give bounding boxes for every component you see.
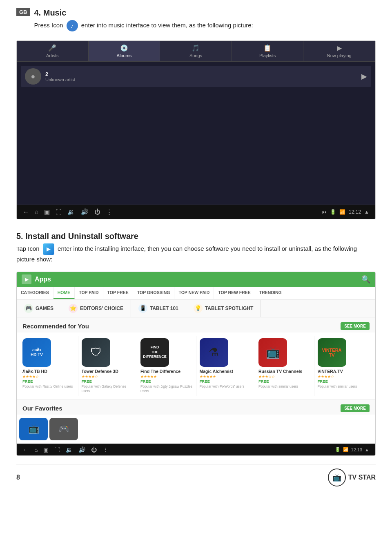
app-popular-vintera: Popular with similar users	[318, 384, 357, 389]
music-nav-icons: ← ⌂ ▣ ⛶ 🔉 🔊 ⏻ ⋮	[23, 208, 112, 216]
ps-screenshot-icon[interactable]: ⛶	[54, 446, 60, 453]
tab-now-playing-label: Now playing	[327, 53, 352, 58]
app-icon-magic: ⚗	[200, 338, 228, 367]
our-favorites-apps: 📺 🎮	[17, 415, 375, 444]
cat-spotlight-icon: 💡	[194, 304, 203, 313]
app-card-laik[interactable]: лайкHD TV Лайк-ТВ HD ★★★★☆ FREE Popular …	[19, 336, 78, 396]
app-name-vintera: ViNTERA.TV	[318, 369, 343, 374]
ps-volume-down-icon[interactable]: 🔉	[66, 446, 73, 453]
screenshot-icon[interactable]: ⛶	[56, 208, 62, 216]
recommended-see-more[interactable]: SEE MORE	[341, 322, 370, 330]
ps-clock: 12:13	[351, 447, 363, 452]
app-popular-tower: Popular with Galaxy Defense users	[82, 384, 134, 393]
nav-top-free[interactable]: TOP FREE	[103, 287, 133, 299]
playstore-icon	[43, 243, 54, 255]
ps-topbar-left: ▶ Apps	[22, 274, 51, 284]
ps-back-icon[interactable]: ←	[23, 446, 29, 453]
ps-search-icon[interactable]: 🔍	[361, 275, 370, 284]
nav-categories[interactable]: CATEGORIES	[17, 287, 53, 299]
ps-power-icon[interactable]: ⏻	[91, 446, 97, 453]
now-playing-icon: ▶	[337, 44, 342, 52]
ps-topbar: ▶ Apps 🔍	[17, 272, 375, 287]
app-icon-find: FINDTHEDIFFERENCE	[140, 338, 169, 367]
albums-icon: 💿	[120, 44, 128, 52]
app-stars-vintera: ★★★★☆	[318, 375, 334, 379]
music-tab-bar: 🎤 Artists 💿 Albums 🎵 Songs 📋 Playlists ▶…	[17, 41, 375, 62]
app-name-find: Find The Difference	[140, 369, 180, 374]
menu-icon[interactable]: ⋮	[106, 208, 112, 216]
tab-songs[interactable]: 🎵 Songs	[160, 41, 232, 61]
music-artist-info: 2 Unknown artist	[45, 71, 75, 82]
ps-bottom-nav-icons: ← ⌂ ▣ ⛶ 🔉 🔊 ⏻ ⋮	[23, 446, 108, 453]
app-stars-laik: ★★★★☆	[22, 375, 39, 379]
app-stars-tower: ★★★★☆	[82, 375, 98, 379]
volume-up-icon[interactable]: 🔊	[81, 208, 89, 216]
tab-songs-label: Songs	[189, 53, 202, 58]
nav-top-paid[interactable]: TOP PAID	[75, 287, 103, 299]
app-icon-laik: лайкHD TV	[22, 338, 51, 367]
skip-back-icon[interactable]: ⏮	[322, 209, 327, 215]
music-artist-row[interactable]: ● 2 Unknown artist ▶	[21, 66, 371, 87]
our-favorites-see-more[interactable]: SEE MORE	[341, 404, 370, 412]
ps-signal-icon: ▲	[365, 447, 369, 452]
album-art: ●	[25, 68, 41, 85]
app-icon-vintera: ViNTERATV	[318, 338, 346, 367]
volume-down-icon[interactable]: 🔉	[67, 208, 75, 216]
tab-albums[interactable]: 💿 Albums	[89, 41, 160, 61]
section4-intro: Press Icon enter into music interface to…	[34, 20, 253, 31]
cat-tablet101-icon: 📱	[138, 304, 147, 313]
tab-playlists-label: Playlists	[259, 53, 276, 58]
app-popular-laik: Popular with Rus.tv Online users	[22, 384, 73, 389]
nav-top-new-free[interactable]: TOP NEW FREE	[214, 287, 255, 299]
cat-games-label: GAMES	[36, 306, 53, 311]
songs-icon: 🎵	[192, 44, 200, 52]
app-stars-magic: ★★★★★	[200, 375, 216, 379]
our-favorites-section: Our Favorites SEE MORE 📺 🎮	[17, 399, 375, 444]
app-card-magic[interactable]: ⚗ Magic Alchemist ★★★★★ FREE Popular wit…	[196, 336, 256, 396]
brand-logo-icon: 📺	[328, 469, 346, 486]
play-button[interactable]: ▶	[361, 72, 367, 81]
tab-artists[interactable]: 🎤 Artists	[17, 41, 89, 61]
app-card-find[interactable]: FINDTHEDIFFERENCE Find The Difference ★★…	[137, 336, 196, 396]
clock: 12:12	[349, 209, 361, 215]
app-price-tower: FREE	[82, 379, 92, 384]
app-popular-magic: Popular with PixWords' users	[200, 384, 245, 389]
nav-top-new-paid[interactable]: TOP NEW PAID	[174, 287, 214, 299]
ps-menu-icon[interactable]: ⋮	[102, 446, 108, 453]
back-icon[interactable]: ←	[23, 208, 29, 216]
cat-tablet101-label: TABLET 101	[150, 306, 178, 311]
app-card-russian[interactable]: 📺 Russian TV Channels ★★★☆☆ FREE Popular…	[255, 336, 314, 396]
playstore-screenshot: ▶ Apps 🔍 CATEGORIES HOME TOP PAID TOP FR…	[16, 272, 376, 456]
brand-name: TV STAR	[348, 474, 376, 481]
cat-tablet101[interactable]: 📱 TABLET 101	[131, 300, 186, 317]
nav-home[interactable]: HOME	[53, 287, 75, 299]
cat-editors[interactable]: ⭐ EDITORS' CHOICE	[61, 300, 131, 317]
ps-nav: CATEGORIES HOME TOP PAID TOP FREE TOP GR…	[17, 287, 375, 300]
recent-icon[interactable]: ▣	[44, 208, 50, 216]
app-price-russian: FREE	[258, 379, 269, 384]
ps-title: Apps	[35, 276, 51, 283]
tab-now-playing[interactable]: ▶ Now playing	[303, 41, 375, 61]
ps-store-icon: ▶	[22, 274, 31, 284]
app-name-russian: Russian TV Channels	[258, 369, 302, 374]
cat-spotlight[interactable]: 💡 TABLET SPOTLIGHT	[186, 300, 261, 317]
cat-editors-icon: ⭐	[69, 304, 78, 313]
ps-bottom-nav: ← ⌂ ▣ ⛶ 🔉 🔊 ⏻ ⋮ 🔋 📶 12:13 ▲	[17, 444, 375, 455]
footer: 8 📺 TV STAR	[16, 464, 376, 486]
app-card-vintera[interactable]: ViNTERATV ViNTERA.TV ★★★★☆ FREE Popular …	[314, 336, 373, 396]
ps-volume-up-icon[interactable]: 🔊	[78, 446, 85, 453]
app-stars-russian: ★★★☆☆	[258, 375, 275, 379]
home-icon[interactable]: ⌂	[35, 208, 38, 216]
app-card-tower[interactable]: 🛡 Tower Defense 3D ★★★★☆ FREE Popular wi…	[78, 336, 138, 396]
album-count: 2	[45, 71, 75, 77]
ps-home-icon[interactable]: ⌂	[34, 446, 38, 453]
music-status-icons: ⏮ 🔋 📶 12:12 ▲	[322, 209, 369, 215]
app-popular-russian: Popular with similar users	[258, 384, 298, 389]
ps-recent-icon[interactable]: ▣	[43, 446, 49, 453]
tab-playlists[interactable]: 📋 Playlists	[232, 41, 304, 61]
section4-heading: 4. Music	[34, 8, 253, 18]
cat-games[interactable]: 🎮 GAMES	[17, 300, 61, 317]
nav-trending[interactable]: TRENDING	[255, 287, 286, 299]
power-icon[interactable]: ⏻	[94, 208, 100, 216]
nav-top-grossing[interactable]: TOP GROSSING	[133, 287, 175, 299]
